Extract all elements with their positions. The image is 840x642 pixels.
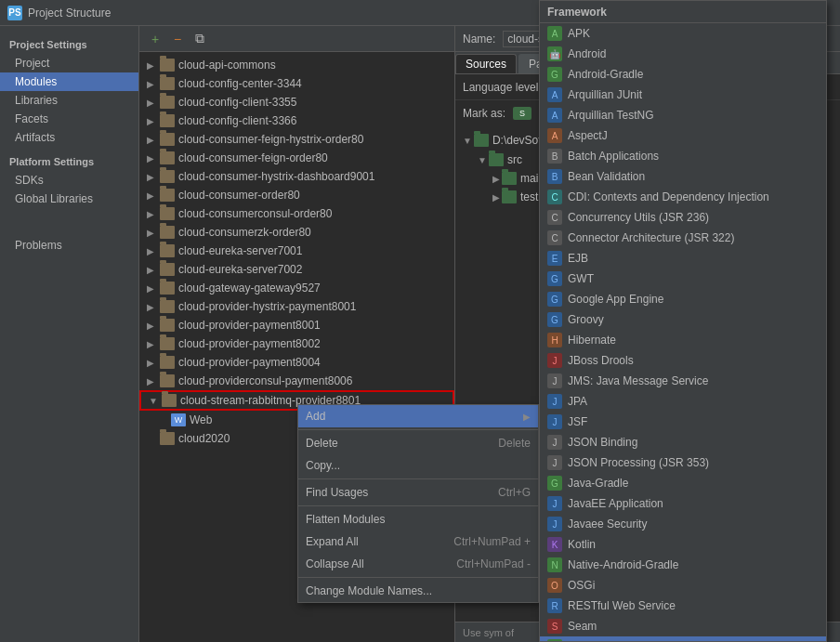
fw-item-hibernate[interactable]: H Hibernate: [540, 330, 826, 350]
sidebar: Project Settings Project Modules Librari…: [0, 26, 139, 642]
fw-item-javaee-security[interactable]: J Javaee Security: [540, 514, 826, 534]
fw-item-native-android[interactable]: N Native-Android-Gradle: [540, 555, 826, 575]
fw-item-spring[interactable]: 🍃 Spring: [540, 636, 826, 642]
aspectj-icon: A: [547, 128, 562, 143]
tree-item-eureka7001[interactable]: ▶ cloud-eureka-server7001: [139, 242, 454, 260]
fw-item-jboss-drools[interactable]: J JBoss Drools: [540, 350, 826, 371]
tree-item-cloud-config-client-3366[interactable]: ▶ cloud-config-client-3366: [139, 111, 454, 130]
fw-item-seam[interactable]: S Seam: [540, 616, 826, 636]
fw-item-jms[interactable]: J JMS: Java Message Service: [540, 371, 826, 391]
fw-item-bean-validation[interactable]: B Bean Validation: [540, 166, 826, 187]
tree-item-hystrix-payment8001[interactable]: ▶ cloud-provider-hystrix-payment8001: [139, 297, 454, 316]
tree-item-label: cloud-consumer-feign-hystrix-order80: [178, 133, 363, 146]
tree-item-cloud-api-commons[interactable]: ▶ cloud-api-commons: [139, 56, 454, 74]
add-button[interactable]: +: [147, 31, 164, 47]
tree-item-label: Web: [190, 413, 212, 426]
json-processing-icon: J: [547, 455, 562, 470]
fw-item-arquillian-junit[interactable]: A Arquillian JUnit: [540, 85, 826, 105]
tree-item-label: cloud-consumer-order80: [178, 189, 300, 202]
ctx-shortcut-delete: Delete: [498, 437, 531, 450]
fw-item-aspectj[interactable]: A AspectJ: [540, 125, 826, 146]
ctx-item-delete[interactable]: Delete Delete: [298, 432, 538, 454]
fw-label-arquillian-testng: Arquillian TestNG: [568, 109, 653, 122]
tree-arrow: ▶: [147, 116, 158, 126]
fw-item-apk[interactable]: A APK: [540, 23, 826, 44]
tree-item-payment8004[interactable]: ▶ cloud-provider-payment8004: [139, 353, 454, 372]
fw-item-arquillian-testng[interactable]: A Arquillian TestNG: [540, 105, 826, 125]
tree-item-consumerconsul[interactable]: ▶ cloud-consumerconsul-order80: [139, 204, 454, 223]
fw-item-android[interactable]: 🤖 Android: [540, 44, 826, 64]
jsf-icon: J: [547, 414, 562, 429]
tree-item-payment8001[interactable]: ▶ cloud-provider-payment8001: [139, 316, 454, 334]
groovy-icon: G: [547, 312, 562, 327]
sidebar-item-libraries[interactable]: Libraries: [0, 91, 138, 110]
ctx-item-add[interactable]: Add ▶: [298, 405, 538, 427]
tree-item-payment8002[interactable]: ▶ cloud-provider-payment8002: [139, 334, 454, 353]
tree-item-consumer-order80[interactable]: ▶ cloud-consumer-order80: [139, 186, 454, 204]
fw-item-google-app-engine[interactable]: G Google App Engine: [540, 289, 826, 309]
sidebar-item-global-libraries[interactable]: Global Libraries: [0, 190, 138, 208]
remove-button[interactable]: −: [169, 31, 186, 47]
tree-item-providerconsul[interactable]: ▶ cloud-providerconsul-payment8006: [139, 372, 454, 390]
tree-item-label: cloud-consumerconsul-order80: [178, 207, 332, 220]
tree-item-feign-order80[interactable]: ▶ cloud-consumer-feign-order80: [139, 149, 454, 167]
ctx-item-expand[interactable]: Expand All Ctrl+NumPad +: [298, 531, 538, 553]
fw-item-json-processing[interactable]: J JSON Processing (JSR 353): [540, 452, 826, 473]
ctx-divider-2: [298, 478, 538, 479]
tree-item-feign-hystrix[interactable]: ▶ cloud-consumer-feign-hystrix-order80: [139, 130, 454, 149]
fw-label-concurrency: Concurrency Utils (JSR 236): [568, 211, 709, 224]
tree-arrow: ▶: [147, 153, 158, 164]
tree-item-label: cloud-provider-payment8001: [178, 319, 321, 332]
fw-item-concurrency[interactable]: C Concurrency Utils (JSR 236): [540, 207, 826, 228]
restful-icon: R: [547, 598, 562, 613]
google-app-engine-icon: G: [547, 292, 562, 307]
fw-item-restful[interactable]: R RESTful Web Service: [540, 596, 826, 616]
fw-item-kotlin[interactable]: K Kotlin: [540, 534, 826, 555]
ctx-divider-4: [298, 577, 538, 578]
tree-item-consumerzk[interactable]: ▶ cloud-consumerzk-order80: [139, 223, 454, 242]
source-folder-icon: [474, 134, 489, 147]
tree-arrow: ▶: [147, 265, 158, 275]
folder-icon: [160, 356, 175, 369]
tree-item-cloud-config-client-3355[interactable]: ▶ cloud-config-client-3355: [139, 93, 454, 111]
fw-item-cdi[interactable]: C CDI: Contexts and Dependency Injection: [540, 187, 826, 207]
fw-label-android: Android: [568, 47, 606, 60]
fw-item-json-binding[interactable]: J JSON Binding: [540, 432, 826, 452]
cdi-icon: C: [547, 190, 562, 204]
sidebar-item-modules[interactable]: Modules: [0, 72, 138, 91]
fw-item-android-gradle[interactable]: G Android-Gradle: [540, 64, 826, 85]
tree-item-gateway9527[interactable]: ▶ cloud-gateway-gateway9527: [139, 279, 454, 297]
fw-label-android-gradle: Android-Gradle: [568, 68, 643, 81]
tree-arrow: ▶: [147, 98, 158, 108]
fw-item-jsf[interactable]: J JSF: [540, 412, 826, 432]
tree-item-eureka7002[interactable]: ▶ cloud-eureka-server7002: [139, 260, 454, 279]
fw-item-osgi[interactable]: O OSGi: [540, 575, 826, 596]
copy-button[interactable]: ⧉: [191, 31, 208, 47]
fw-item-batch[interactable]: B Batch Applications: [540, 146, 826, 166]
sidebar-item-sdks[interactable]: SDKs: [0, 171, 138, 190]
fw-item-jpa[interactable]: J JPA: [540, 391, 826, 412]
sidebar-item-project[interactable]: Project: [0, 54, 138, 72]
tab-sources[interactable]: Sources: [455, 54, 517, 73]
fw-item-ejb[interactable]: E EJB: [540, 248, 826, 269]
ctx-item-collapse[interactable]: Collapse All Ctrl+NumPad -: [298, 553, 538, 575]
sidebar-item-problems[interactable]: Problems: [0, 236, 138, 255]
ctx-item-find-usages[interactable]: Find Usages Ctrl+G: [298, 481, 538, 504]
fw-item-javaee-app[interactable]: J JavaEE Application: [540, 493, 826, 514]
fw-item-java-gradle[interactable]: G Java-Gradle: [540, 473, 826, 493]
folder-icon: [160, 59, 175, 72]
sidebar-item-facets[interactable]: Facets: [0, 110, 138, 128]
fw-item-connector[interactable]: C Connector Architecture (JSR 322): [540, 228, 826, 248]
fw-item-gwt[interactable]: G GWT: [540, 269, 826, 289]
tree-item-cloud-config-center[interactable]: ▶ cloud-config-center-3344: [139, 74, 454, 93]
ctx-item-copy[interactable]: Copy...: [298, 454, 538, 477]
jms-icon: J: [547, 373, 562, 388]
native-android-icon: N: [547, 557, 562, 572]
ctx-item-flatten[interactable]: Flatten Modules: [298, 508, 538, 531]
ctx-item-change-module[interactable]: Change Module Names...: [298, 580, 538, 602]
tree-item-hystrix-dashboard[interactable]: ▶ cloud-consumer-hystrix-dashboard9001: [139, 167, 454, 186]
sidebar-item-artifacts[interactable]: Artifacts: [0, 128, 138, 147]
fw-item-groovy[interactable]: G Groovy: [540, 309, 826, 330]
ctx-divider: [298, 429, 538, 430]
tree-arrow: ▶: [147, 228, 158, 238]
